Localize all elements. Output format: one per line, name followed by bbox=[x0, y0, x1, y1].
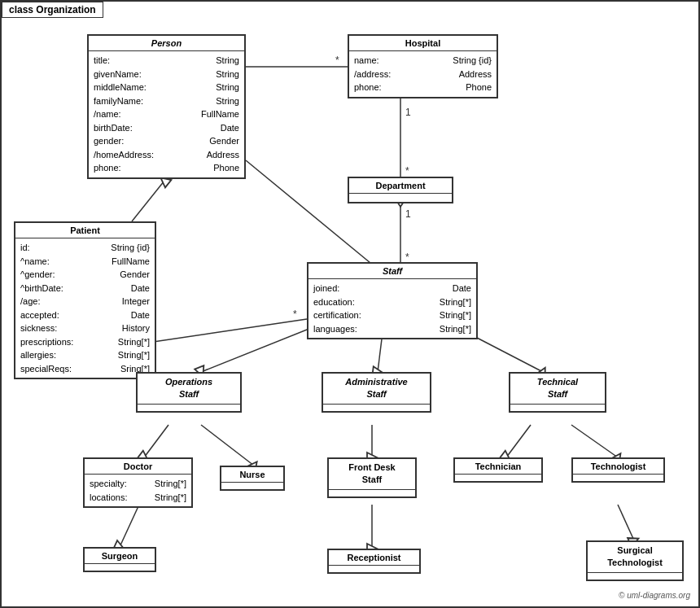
doctor-header: Doctor bbox=[85, 459, 191, 475]
technician-header: Technician bbox=[455, 459, 541, 475]
person-header: Person bbox=[89, 36, 244, 51]
surgeon-class: Surgeon bbox=[83, 547, 156, 572]
patient-class: Patient id:String {id} ^name:FullName ^g… bbox=[14, 221, 156, 379]
surgeon-header: Surgeon bbox=[85, 549, 155, 564]
nurse-body bbox=[221, 483, 283, 489]
svg-line-19 bbox=[201, 425, 254, 466]
surgical-technologist-class: SurgicalTechnologist bbox=[586, 540, 684, 581]
front-desk-staff-class: Front DeskStaff bbox=[327, 457, 417, 498]
technician-body bbox=[455, 475, 541, 481]
hospital-header: Hospital bbox=[349, 36, 497, 51]
administrative-staff-body bbox=[323, 405, 430, 411]
operations-staff-class: OperationsStaff bbox=[136, 372, 242, 413]
operations-staff-body bbox=[138, 405, 240, 411]
receptionist-class: Receptionist bbox=[327, 549, 421, 574]
operations-staff-header: OperationsStaff bbox=[138, 374, 240, 405]
technologist-body bbox=[573, 475, 663, 481]
staff-class: Staff joined:Date education:String[*] ce… bbox=[307, 262, 478, 339]
front-desk-staff-body bbox=[329, 490, 415, 496]
technical-staff-header: TechnicalStaff bbox=[510, 374, 605, 405]
department-header: Department bbox=[349, 178, 452, 194]
svg-text:*: * bbox=[335, 55, 339, 66]
copyright: © uml-diagrams.org bbox=[619, 591, 690, 600]
administrative-staff-header: AdministrativeStaff bbox=[323, 374, 430, 405]
svg-line-23 bbox=[120, 506, 138, 547]
doctor-class: Doctor specialty:String[*] locations:Str… bbox=[83, 457, 193, 508]
svg-text:*: * bbox=[405, 252, 409, 263]
technical-staff-class: TechnicalStaff bbox=[509, 372, 606, 413]
staff-header: Staff bbox=[308, 264, 476, 279]
staff-body: joined:Date education:String[*] certific… bbox=[308, 279, 476, 338]
person-class: Person title:String givenName:String mid… bbox=[87, 34, 246, 179]
administrative-staff-class: AdministrativeStaff bbox=[322, 372, 431, 413]
nurse-class: Nurse bbox=[220, 466, 285, 491]
department-class: Department bbox=[348, 177, 453, 203]
hospital-body: name:String {id} /address:Address phone:… bbox=[349, 51, 497, 97]
diagram-title: class Organization bbox=[2, 2, 103, 18]
surgical-technologist-body bbox=[588, 573, 682, 580]
front-desk-staff-header: Front DeskStaff bbox=[329, 459, 415, 490]
surgical-technologist-header: SurgicalTechnologist bbox=[588, 542, 682, 573]
svg-text:1: 1 bbox=[405, 208, 411, 220]
receptionist-header: Receptionist bbox=[329, 550, 419, 566]
technician-class: Technician bbox=[453, 457, 543, 483]
nurse-header: Nurse bbox=[221, 467, 283, 483]
svg-line-22 bbox=[571, 425, 618, 457]
svg-text:1: 1 bbox=[405, 107, 411, 118]
receptionist-body bbox=[329, 566, 419, 572]
svg-line-21 bbox=[506, 425, 531, 457]
hospital-class: Hospital name:String {id} /address:Addre… bbox=[348, 34, 498, 98]
svg-line-18 bbox=[144, 425, 168, 457]
diagram-container: class Organization * * 1 * 1 * bbox=[0, 0, 700, 608]
svg-line-10 bbox=[132, 181, 164, 221]
svg-text:*: * bbox=[405, 165, 409, 177]
patient-body: id:String {id} ^name:FullName ^gender:Ge… bbox=[15, 238, 155, 378]
technologist-class: Technologist bbox=[571, 457, 665, 483]
technologist-header: Technologist bbox=[573, 459, 663, 475]
person-body: title:String givenName:String middleName… bbox=[89, 51, 244, 177]
surgeon-body bbox=[85, 564, 155, 571]
technical-staff-body bbox=[510, 405, 605, 411]
svg-text:*: * bbox=[293, 308, 297, 320]
department-body bbox=[349, 194, 452, 202]
doctor-body: specialty:String[*] locations:String[*] bbox=[85, 475, 191, 506]
svg-line-25 bbox=[618, 505, 634, 540]
patient-header: Patient bbox=[15, 223, 155, 238]
